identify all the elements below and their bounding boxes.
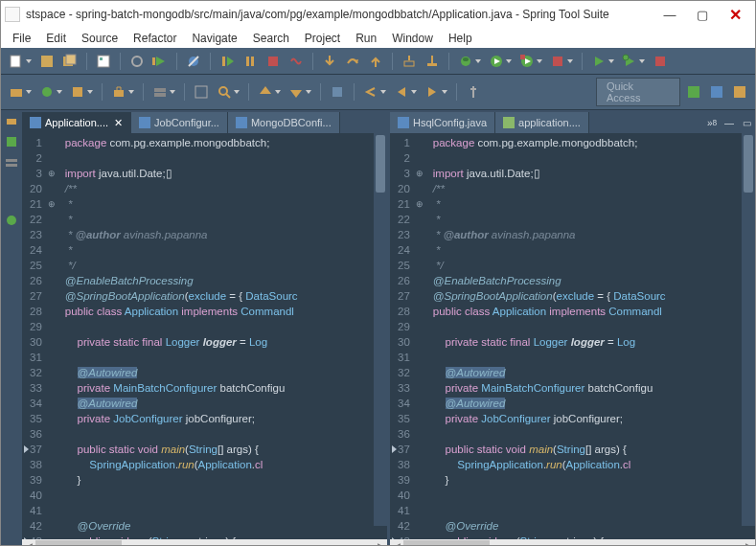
horizontal-scrollbar-right[interactable]: ◀▶ [390,539,755,546]
perspective-debug-button[interactable] [707,82,726,102]
svg-line-39 [226,94,230,98]
pin-editor-button[interactable] [464,82,483,102]
svg-rect-11 [222,57,225,66]
svg-marker-7 [156,57,165,66]
save-button[interactable] [37,52,57,71]
last-edit-dropdown[interactable] [361,82,380,102]
menu-source[interactable]: Source [74,30,126,47]
link-button[interactable] [127,52,147,71]
debug-dropdown[interactable] [456,52,475,71]
editor-right[interactable]: 1232021222324252627282930313233343536373… [390,133,755,539]
package-explorer-icon[interactable] [5,114,18,127]
maximize-button[interactable]: ▢ [686,4,719,25]
new-package-dropdown[interactable] [7,82,26,102]
editor-tab[interactable]: JobConfigur... [131,112,228,133]
menu-search[interactable]: Search [245,30,297,47]
minimize-view-icon[interactable]: — [721,112,738,133]
step-into-button[interactable] [320,52,339,71]
editor-left[interactable]: 1232021222324252627282930313233343536373… [22,133,387,539]
java-file-icon [398,117,409,128]
minimize-button[interactable]: — [653,4,686,25]
boot-dashboard-button[interactable] [94,52,113,71]
perspective-java-button[interactable] [730,82,749,102]
relaunch-app-dropdown[interactable] [589,52,608,71]
step-over-button[interactable] [343,52,362,71]
window-titlebar: stspace - spring-batch-mongodb/src/main/… [1,1,755,28]
drop-to-frame-button[interactable] [400,52,419,71]
vertical-scrollbar[interactable] [374,133,387,526]
vertical-scrollbar[interactable] [742,133,755,526]
resume-button[interactable] [218,52,237,71]
menu-project[interactable]: Project [297,30,348,47]
svg-rect-31 [11,89,22,97]
svg-rect-55 [236,117,247,128]
editor-tab[interactable]: MongoDBConfi... [228,112,340,133]
search-dropdown[interactable] [215,82,234,102]
svg-rect-18 [427,63,437,66]
run-dropdown[interactable] [487,52,506,71]
run-last-tool-dropdown[interactable] [548,52,567,71]
app-icon [5,7,20,22]
use-step-filters-button[interactable] [423,52,442,71]
horizontal-scrollbar-left[interactable]: ◀▶ [22,539,387,546]
menu-navigate[interactable]: Navigate [184,30,244,47]
svg-rect-14 [251,57,254,66]
svg-rect-36 [154,93,166,97]
menu-run[interactable]: Run [348,30,384,47]
new-type-dropdown[interactable] [68,82,87,102]
menu-file[interactable]: File [5,30,38,47]
close-tab-icon[interactable]: ✕ [114,117,123,129]
step-return-button[interactable] [366,52,385,71]
suspend-button[interactable] [241,52,260,71]
stop-button[interactable] [651,52,670,71]
toggle-mark-button[interactable] [328,82,347,102]
restore-view-icon[interactable] [5,214,18,227]
quick-access[interactable]: Quick Access [596,78,680,106]
annotation-nav-dropdown[interactable] [256,82,275,102]
servers-view-icon[interactable] [5,156,18,170]
open-task-button[interactable] [192,82,211,102]
svg-rect-8 [152,57,155,65]
editor-tab[interactable]: application.... [495,112,589,133]
svg-point-20 [463,57,469,61]
editor-tab[interactable]: HsqlConfig.java [390,112,495,133]
svg-rect-57 [503,117,515,128]
new-class-dropdown[interactable] [37,82,57,102]
new-button[interactable] [7,52,26,71]
svg-rect-25 [520,55,525,59]
window-title: stspace - spring-batch-mongodb/src/main/… [26,8,653,21]
annotation-next-dropdown[interactable] [286,82,306,102]
coverage-dropdown[interactable] [517,52,537,71]
forward-dropdown[interactable] [423,82,442,102]
svg-point-38 [219,87,227,95]
open-type-dropdown[interactable] [109,82,128,102]
java-file-icon [139,117,150,128]
save-all-button[interactable] [60,52,80,71]
svg-marker-44 [428,87,436,97]
new-server-dropdown[interactable] [150,82,170,102]
menu-window[interactable]: Window [384,30,441,47]
menu-help[interactable]: Help [441,30,480,47]
skip-breakpoints-button[interactable] [184,52,203,71]
svg-rect-26 [553,57,562,66]
menu-edit[interactable]: Edit [38,30,74,47]
tabs-overflow[interactable]: »8 [703,112,721,133]
svg-marker-43 [398,87,405,97]
relaunch-debug-dropdown[interactable] [620,52,639,71]
tab-label: MongoDBConfi... [251,117,332,128]
terminate-button[interactable] [263,52,283,71]
svg-rect-33 [73,87,82,97]
menu-refactor[interactable]: Refactor [126,30,184,47]
svg-marker-12 [227,57,234,66]
relaunch-button[interactable] [150,52,170,71]
maximize-view-icon[interactable]: ▭ [738,112,755,133]
disconnect-button[interactable] [286,52,306,71]
svg-rect-34 [114,90,124,97]
perspective-spring-button[interactable] [684,82,703,102]
svg-rect-54 [139,117,150,128]
close-button[interactable]: ✕ [719,4,751,25]
boot-dashboard-view-icon[interactable] [5,135,18,148]
back-dropdown[interactable] [392,82,411,102]
svg-rect-47 [734,86,745,98]
editor-tab[interactable]: Application....✕ [22,112,131,133]
